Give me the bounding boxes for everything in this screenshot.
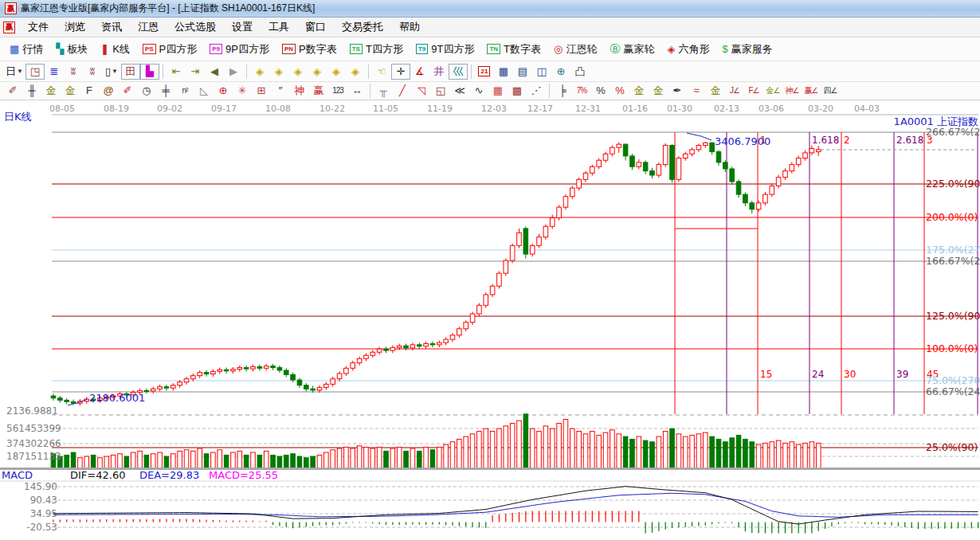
t-square-button[interactable]: TST四方形 bbox=[343, 40, 410, 59]
fan-lines-icon-glyph: ╱ bbox=[399, 85, 406, 96]
diamond-left-icon[interactable]: ◈ bbox=[250, 64, 269, 80]
angle-measure-icon[interactable]: ∡ bbox=[410, 64, 429, 80]
protractor-icon[interactable]: ◺ bbox=[194, 84, 214, 98]
crosshair-icon[interactable]: ✛ bbox=[391, 64, 410, 80]
angle-si-icon[interactable]: 四∠ bbox=[821, 84, 840, 98]
price-scale-icon[interactable]: ╞ bbox=[553, 84, 572, 98]
bars-9-icon[interactable]: ʬ bbox=[83, 64, 102, 80]
printer-icon[interactable]: 凸 bbox=[570, 64, 590, 80]
fibo-comb-icon[interactable]: F bbox=[80, 84, 99, 98]
p-number-button[interactable]: PNP数字表 bbox=[276, 40, 343, 59]
percent-retrace-icon[interactable]: 7% bbox=[572, 84, 591, 98]
quotes-button[interactable]: ▦行情 bbox=[3, 40, 49, 59]
parallel-lines-icon[interactable]: ⋰ bbox=[527, 84, 546, 98]
zigzag-icon[interactable]: ∿ bbox=[469, 84, 488, 98]
percent-icon[interactable]: % bbox=[591, 84, 610, 98]
chart-area[interactable]: 08-0508-1909-0209-1710-0810-2211-0511-19… bbox=[0, 100, 980, 540]
diamond-up-icon[interactable]: ◈ bbox=[327, 64, 346, 80]
circle-target-icon[interactable]: ⊕ bbox=[214, 84, 233, 98]
kline-button[interactable]: ❚K线 bbox=[94, 40, 136, 59]
menu-item-1[interactable]: 浏览 bbox=[57, 19, 93, 34]
wave-brain-icon[interactable]: 巛 bbox=[449, 64, 468, 80]
knife-tool-icon[interactable]: ✐ bbox=[3, 84, 22, 98]
ray-fan-icon[interactable]: ≪ bbox=[450, 84, 469, 98]
compass-knife-icon[interactable]: ✐ bbox=[118, 84, 137, 98]
red-grid-icon[interactable]: ▦ bbox=[488, 84, 508, 98]
gold-wave-icon-glyph: 金 bbox=[711, 85, 721, 96]
gann-wheel-button[interactable]: ◎江恩轮 bbox=[547, 40, 603, 59]
p9-square-button[interactable]: P99P四方形 bbox=[203, 40, 276, 59]
prev-page-icon[interactable]: ◀ bbox=[205, 64, 224, 80]
gold-line-icon[interactable]: 金 bbox=[649, 84, 668, 98]
box-fan-icon[interactable]: ◱ bbox=[431, 84, 450, 98]
fan-box-icon[interactable]: ◹ bbox=[412, 84, 431, 98]
kline-measure-icon[interactable]: ″ bbox=[271, 84, 290, 98]
diamond-full-icon[interactable]: ◈ bbox=[346, 64, 365, 80]
t-square-icon[interactable]: ╥ bbox=[374, 84, 393, 98]
menu-item-2[interactable]: 资讯 bbox=[93, 19, 130, 34]
browser-icon[interactable]: ⊕ bbox=[551, 64, 570, 80]
period-day-dropdown[interactable]: 日▼ bbox=[3, 64, 25, 80]
save-icon[interactable]: ◫ bbox=[532, 64, 551, 80]
n-square-icon[interactable]: n² bbox=[175, 84, 194, 98]
red-grid2-icon[interactable]: ▩ bbox=[508, 84, 527, 98]
info-board-icon[interactable]: ≣ bbox=[45, 64, 64, 80]
grid-target-icon[interactable]: ⊞ bbox=[252, 84, 271, 98]
shen-grid-icon[interactable]: 神 bbox=[290, 84, 309, 98]
menu-item-9[interactable]: 帮助 bbox=[391, 19, 428, 34]
number-grid-icon[interactable]: 123 bbox=[328, 84, 347, 98]
gann-pattern-icon[interactable]: 田 bbox=[121, 64, 140, 80]
t-number-button[interactable]: TNT数字表 bbox=[480, 40, 547, 59]
calendar-icon[interactable]: 21 bbox=[475, 64, 494, 80]
diamond-expand-icon[interactable]: ◈ bbox=[288, 64, 308, 80]
diamond-shrink-icon[interactable]: ◈ bbox=[308, 64, 327, 80]
winner-wheel-button[interactable]: Ⓑ赢家轮 bbox=[603, 40, 661, 59]
ying-grid-icon[interactable]: 赢 bbox=[309, 84, 328, 98]
calculator-icon[interactable]: ▦ bbox=[494, 64, 513, 80]
candle-style-dropdown[interactable]: ▯▼ bbox=[102, 64, 121, 80]
menu-item-4[interactable]: 公式选股 bbox=[167, 19, 224, 34]
gold-comb-icon[interactable]: 金 bbox=[41, 84, 61, 98]
menu-item-3[interactable]: 江恩 bbox=[130, 19, 167, 34]
kline-measure-icon-glyph: ″ bbox=[279, 85, 283, 96]
fan-lines-icon[interactable]: ╱ bbox=[393, 84, 412, 98]
notepad-icon[interactable]: ▤ bbox=[513, 64, 532, 80]
percent-line-icon[interactable]: % bbox=[610, 84, 629, 98]
hand-tool-icon[interactable]: ☜ bbox=[372, 64, 391, 80]
angle-ying-icon[interactable]: 赢∠ bbox=[802, 84, 821, 98]
gann-grid-tool-icon[interactable]: 井 bbox=[429, 64, 449, 80]
zoom-region-icon[interactable]: ◳ bbox=[25, 64, 45, 80]
diamond-right-icon[interactable]: ◈ bbox=[269, 64, 288, 80]
p-square-button[interactable]: PSP四方形 bbox=[136, 40, 203, 59]
ink-brush-icon[interactable]: ✒ bbox=[668, 84, 687, 98]
wave-channel-icon[interactable]: ≈ bbox=[687, 84, 706, 98]
angle-j-icon[interactable]: J∠ bbox=[725, 84, 744, 98]
angle-shen-icon[interactable]: 神∠ bbox=[782, 84, 802, 98]
ruler-comb-icon[interactable]: ╫ bbox=[22, 84, 41, 98]
tick-ruler-icon[interactable]: ╪ bbox=[156, 84, 175, 98]
next-page-icon[interactable]: ▶ bbox=[224, 64, 243, 80]
angle-f-icon[interactable]: F∠ bbox=[744, 84, 763, 98]
t9-square-button[interactable]: T99T四方形 bbox=[410, 40, 481, 59]
menu-item-6[interactable]: 工具 bbox=[261, 19, 297, 34]
gold-comb2-icon[interactable]: 金 bbox=[61, 84, 80, 98]
first-page-icon[interactable]: ⇤ bbox=[167, 64, 186, 80]
menu-item-8[interactable]: 交易委托 bbox=[334, 19, 391, 34]
menu-item-0[interactable]: 文件 bbox=[20, 19, 57, 34]
kline-chart-svg[interactable]: 08-0508-1909-0209-1710-0810-2211-0511-19… bbox=[0, 100, 980, 540]
gold-wave-icon[interactable]: 金 bbox=[706, 84, 725, 98]
angle-gold-icon[interactable]: 金∠ bbox=[763, 84, 782, 98]
menu-item-5[interactable]: 设置 bbox=[224, 19, 261, 34]
last-page-icon[interactable]: ⇥ bbox=[186, 64, 205, 80]
gold-circle-icon[interactable]: 金 bbox=[629, 84, 649, 98]
star-target-icon[interactable]: ✳ bbox=[233, 84, 252, 98]
h-span-icon[interactable]: ↔ bbox=[347, 84, 367, 98]
winner-service-button[interactable]: $赢家服务 bbox=[715, 40, 778, 59]
sectors-button[interactable]: ▚板块 bbox=[49, 40, 94, 59]
color-chart-icon[interactable]: ▙ bbox=[140, 64, 159, 80]
hexagon-button[interactable]: ◈六角形 bbox=[661, 40, 715, 59]
clock-circle-icon[interactable]: ◷ bbox=[137, 84, 156, 98]
bars-3-icon[interactable]: ʬ bbox=[64, 64, 83, 80]
spiral-icon[interactable]: @ bbox=[99, 84, 118, 98]
menu-item-7[interactable]: 窗口 bbox=[297, 19, 334, 34]
